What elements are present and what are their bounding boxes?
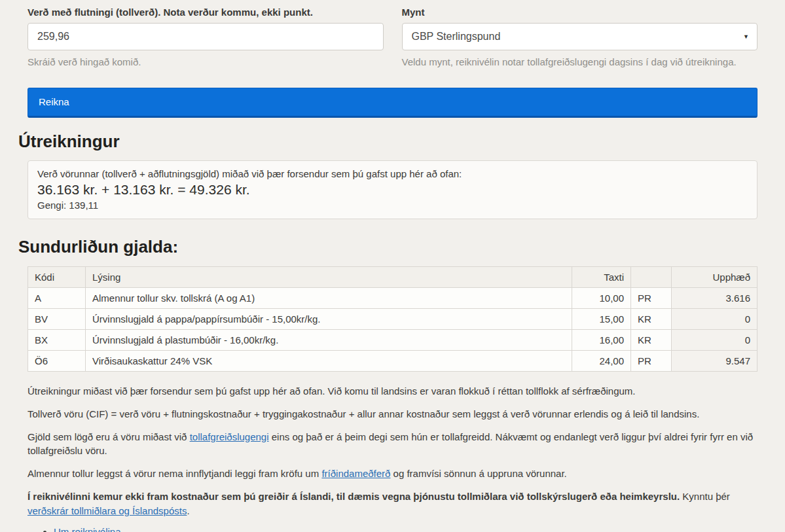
price-label: Verð með flutningi (tollverð). Nota verð…	[27, 7, 384, 18]
cell-amount: 0	[672, 330, 758, 351]
note-text: Kynntu þér	[680, 491, 730, 502]
currency-field-group: Mynt GBP Sterlingspund ▼ Veldu mynt, rei…	[393, 7, 767, 67]
calculator-form: Verð með flutningi (tollverð). Nota verð…	[18, 7, 767, 67]
result-heading: Útreikningur	[18, 132, 767, 152]
cell-rate: 16,00	[572, 330, 631, 351]
breakdown-heading: Sundurliðun gjalda:	[18, 237, 767, 257]
col-header-unit	[631, 267, 672, 288]
note-text: og framvísi sönnun á uppruna vörunnar.	[390, 468, 566, 479]
note-domestic-costs: Í reiknivélinni kemur ekki fram kostnaðu…	[27, 489, 758, 518]
note-text: Almennur tollur leggst á vörur nema innf…	[27, 468, 321, 479]
currency-label: Mynt	[402, 7, 758, 18]
cell-code: BV	[28, 309, 86, 330]
chevron-down-icon: ▼	[743, 33, 749, 40]
currency-selected-value: GBP Sterlingspund	[412, 31, 501, 43]
cell-rate: 10,00	[572, 288, 631, 309]
price-input[interactable]	[27, 23, 384, 50]
table-row: BV Úrvinnslugjald á pappa/pappírsumbúðir…	[28, 309, 758, 330]
note-text: .	[187, 505, 189, 516]
cell-rate: 24,00	[572, 351, 631, 372]
cell-amount: 9.547	[672, 351, 758, 372]
cell-amount: 0	[672, 309, 758, 330]
note-classification: Útreikningur miðast við þær forsendur se…	[27, 384, 758, 399]
cell-description: Úrvinnslugjald á plastumbúðir - 16,00kr/…	[86, 330, 572, 351]
result-panel: Verð vörunnar (tollverð + aðflutningsgjö…	[27, 160, 758, 219]
cell-description: Virðisaukaskattur 24% VSK	[86, 351, 572, 372]
table-row: Ö6 Virðisaukaskattur 24% VSK 24,00 PR 9.…	[28, 351, 758, 372]
cell-description: Almennur tollur skv. tollskrá (A og A1)	[86, 288, 572, 309]
price-help-text: Skráið verð hingað komið.	[27, 56, 384, 67]
customs-exchange-rate-link[interactable]: tollafgreiðslugengi	[190, 431, 269, 442]
exchange-rate: Gengi: 139,11	[37, 200, 748, 211]
cell-amount: 3.616	[672, 288, 758, 309]
note-text: Gjöld sem lögð eru á vöru miðast við	[27, 431, 190, 442]
about-calculator-link[interactable]: Um reiknivélina	[54, 526, 121, 532]
cell-rate: 15,00	[572, 309, 631, 330]
currency-select[interactable]: GBP Sterlingspund ▼	[402, 23, 758, 50]
result-calculation: 36.163 kr. + 13.163 kr. = 49.326 kr.	[37, 182, 748, 198]
col-header-amount: Upphæð	[672, 267, 758, 288]
cell-unit: KR	[631, 330, 672, 351]
table-header-row: Kódi Lýsing Taxti Upphæð	[28, 267, 758, 288]
cell-description: Úrvinnslugjald á pappa/pappírsumbúðir - …	[86, 309, 572, 330]
broker-price-lists-link[interactable]: verðskrár tollmiðlara og Íslandspósts	[27, 505, 187, 516]
footer-link-list: Um reiknivélina Algengar spurningar	[54, 526, 758, 532]
table-row: A Almennur tollur skv. tollskrá (A og A1…	[28, 288, 758, 309]
list-item: Um reiknivélina	[54, 526, 758, 532]
result-intro: Verð vörunnar (tollverð + aðflutningsgjö…	[37, 168, 748, 179]
note-bold-text: Í reiknivélinni kemur ekki fram kostnaðu…	[27, 491, 680, 502]
note-cif-definition: Tollverð vöru (CIF) = verð vöru + flutni…	[27, 407, 758, 421]
table-row: BX Úrvinnslugjald á plastumbúðir - 16,00…	[28, 330, 758, 351]
note-exchange-rate: Gjöld sem lögð eru á vöru miðast við tol…	[27, 430, 758, 459]
cell-unit: KR	[631, 309, 672, 330]
calculate-button[interactable]: Reikna	[27, 88, 758, 118]
cell-unit: PR	[631, 288, 672, 309]
col-header-code: Kódi	[28, 267, 86, 288]
col-header-description: Lýsing	[86, 267, 572, 288]
price-field-group: Verð með flutningi (tollverð). Nota verð…	[18, 7, 393, 67]
cell-code: Ö6	[28, 351, 86, 372]
note-preferential-treatment: Almennur tollur leggst á vörur nema innf…	[27, 467, 758, 481]
currency-help-text: Veldu mynt, reiknivélin notar tollafgrei…	[402, 56, 758, 67]
cell-code: BX	[28, 330, 86, 351]
customs-calculator-page: Verð með flutningi (tollverð). Nota verð…	[0, 0, 785, 532]
preferential-treatment-link[interactable]: fríðindameðferð	[321, 468, 390, 479]
notes-section: Útreikningur miðast við þær forsendur se…	[27, 384, 758, 532]
col-header-rate: Taxti	[572, 267, 631, 288]
cell-code: A	[28, 288, 86, 309]
cell-unit: PR	[631, 351, 672, 372]
charges-table: Kódi Lýsing Taxti Upphæð A Almennur toll…	[27, 266, 758, 372]
